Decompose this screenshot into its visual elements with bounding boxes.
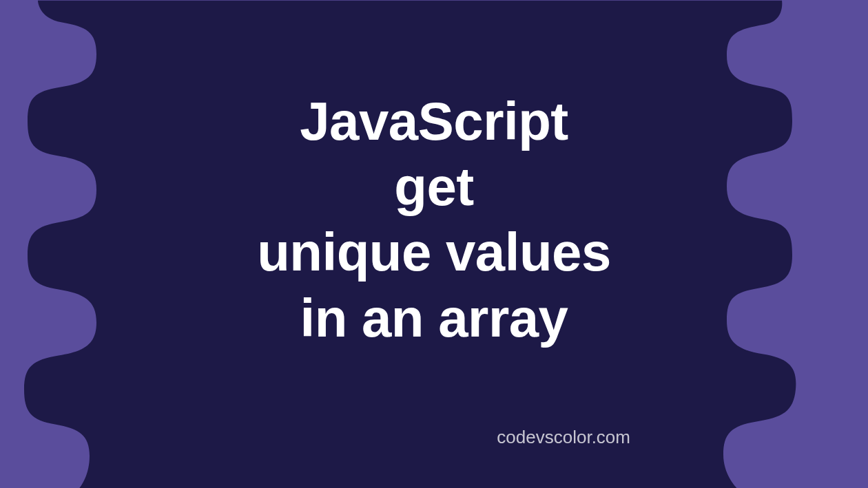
title-line-3: unique values [257,222,611,282]
watermark: codevscolor.com [497,427,630,448]
page-title: JavaScript get unique values in an array [0,89,868,351]
title-line-2: get [394,156,474,217]
main-content: JavaScript get unique values in an array [0,89,868,351]
title-line-1: JavaScript [300,91,568,151]
title-line-4: in an array [300,287,568,348]
